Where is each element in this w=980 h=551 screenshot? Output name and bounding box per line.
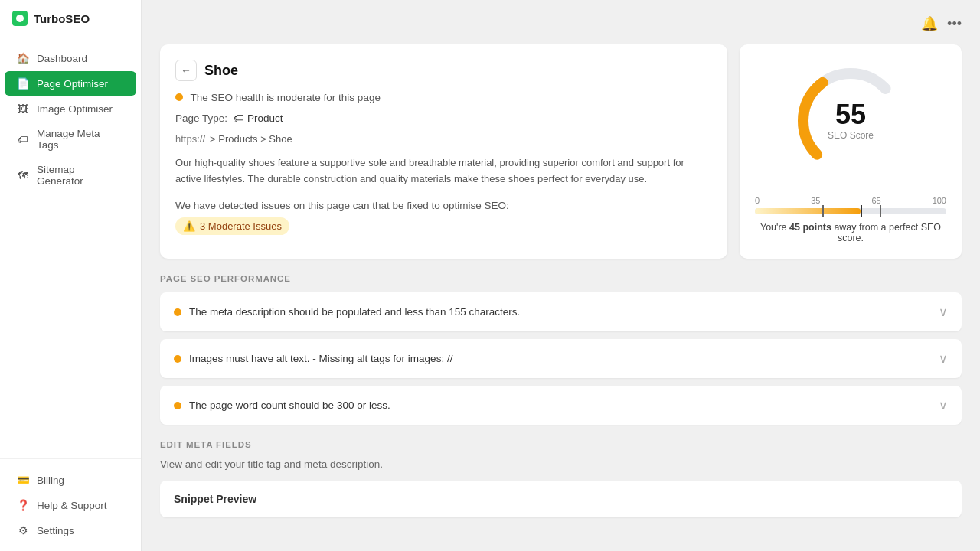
tag-emoji: 🏷 xyxy=(234,112,244,124)
page-type-row: Page Type: 🏷 Product xyxy=(175,112,712,124)
gauge-text: 55 SEO Score xyxy=(828,101,874,141)
seo-score-label: SEO Score xyxy=(828,130,874,141)
settings-icon: ⚙ xyxy=(17,524,29,536)
perf-item-2[interactable]: The page word count should be 300 or les… xyxy=(160,386,962,425)
chevron-down-icon-0: ∨ xyxy=(939,305,948,319)
scale-100: 100 xyxy=(933,196,946,205)
perf-text-0: The meta description should be populated… xyxy=(189,306,520,318)
marker-35 xyxy=(822,205,824,217)
chevron-down-icon-1: ∨ xyxy=(939,351,948,366)
url-prefix: https:// xyxy=(175,133,205,145)
page-info-card: ← Shoe The SEO health is moderate for th… xyxy=(160,44,727,259)
progress-text: You're 45 points away from a perfect SEO… xyxy=(755,222,946,243)
chevron-down-icon-2: ∨ xyxy=(939,398,948,412)
logo-icon xyxy=(12,11,28,26)
meta-section-header: EDIT META FIELDS xyxy=(160,440,962,449)
perf-item-1[interactable]: Images must have alt text. - Missing alt… xyxy=(160,339,962,378)
sidebar-item-sitemap-generator[interactable]: 🗺 Sitemap Generator xyxy=(5,158,136,193)
sidebar-bottom: 💳 Billing ❓ Help & Support ⚙ Settings xyxy=(0,458,141,551)
scale-0: 0 xyxy=(755,196,760,205)
scale-65: 65 xyxy=(871,196,880,205)
progress-track xyxy=(755,208,946,214)
header-area: 🔔 ••• xyxy=(160,15,962,32)
sidebar-item-manage-meta-tags[interactable]: 🏷 Manage Meta Tags xyxy=(5,122,136,157)
home-icon: 🏠 xyxy=(17,52,29,64)
tag-icon: 🏷 xyxy=(17,133,29,145)
page-type-badge: 🏷 Product xyxy=(234,112,283,124)
perf-item-0[interactable]: The meta description should be populated… xyxy=(160,292,962,331)
marker-65 xyxy=(880,205,881,217)
back-button[interactable]: ← xyxy=(175,60,197,81)
url-row: https:// > Products > Shoe xyxy=(175,133,712,145)
gauge-chart: 55 SEO Score xyxy=(789,60,912,182)
more-options-icon[interactable]: ••• xyxy=(947,16,962,32)
points-away-label: points xyxy=(802,222,831,233)
sidebar-item-billing[interactable]: 💳 Billing xyxy=(5,468,136,492)
performance-section-header: PAGE SEO PERFORMANCE xyxy=(160,274,962,283)
billing-icon: 💳 xyxy=(17,474,29,486)
marker-current xyxy=(861,205,862,217)
issues-intro: We have detected issues on this page can… xyxy=(175,200,712,211)
sidebar-item-page-optimiser[interactable]: 📄 Page Optimiser xyxy=(5,71,136,96)
help-icon: ❓ xyxy=(17,499,29,511)
notification-icon[interactable]: 🔔 xyxy=(921,15,938,32)
sidebar-item-image-optimiser[interactable]: 🖼 Image Optimiser xyxy=(5,96,136,121)
perf-dot-2 xyxy=(174,402,181,409)
sidebar-item-settings[interactable]: ⚙ Settings xyxy=(5,518,136,543)
status-text: The SEO health is moderate for this page xyxy=(175,92,712,103)
svg-point-0 xyxy=(16,15,24,22)
snippet-title: Snippet Preview xyxy=(174,493,948,505)
perf-text-2: The page word count should be 300 or les… xyxy=(189,399,390,411)
page-description: Our high-quality shoes feature a support… xyxy=(175,155,712,187)
card-header: ← Shoe xyxy=(175,60,712,81)
seo-score-value: 55 xyxy=(828,101,874,129)
progress-labels: 0 35 65 100 xyxy=(755,196,946,205)
sidebar-item-help-support[interactable]: ❓ Help & Support xyxy=(5,493,136,517)
perf-text-1: Images must have alt text. - Missing alt… xyxy=(189,353,452,364)
main-content: 🔔 ••• ← Shoe The SEO health is moderate … xyxy=(142,0,980,551)
page-icon: 📄 xyxy=(17,77,29,90)
scale-35: 35 xyxy=(811,196,820,205)
status-dot xyxy=(175,93,183,101)
warning-icon: ⚠️ xyxy=(183,220,195,232)
progress-fill xyxy=(755,208,861,214)
top-cards: ← Shoe The SEO health is moderate for th… xyxy=(160,44,962,259)
sidebar-item-dashboard[interactable]: 🏠 Dashboard xyxy=(5,46,136,70)
perf-dot-0 xyxy=(174,308,181,316)
score-card: 55 SEO Score 0 35 65 100 Yo xyxy=(740,44,962,259)
sitemap-icon: 🗺 xyxy=(17,169,29,181)
points-away: 45 xyxy=(789,222,800,233)
page-title: Shoe xyxy=(204,63,238,79)
app-name: TurboSEO xyxy=(34,12,90,25)
meta-section: EDIT META FIELDS View and edit your titl… xyxy=(160,440,962,517)
snippet-card: Snippet Preview xyxy=(160,481,962,517)
issue-badge: ⚠️ 3 Moderate Issues xyxy=(175,217,289,235)
url-path: > Products > Shoe xyxy=(210,133,292,145)
perf-dot-1 xyxy=(174,355,181,363)
sidebar: TurboSEO 🏠 Dashboard 📄 Page Optimiser 🖼 … xyxy=(0,0,142,551)
image-icon: 🖼 xyxy=(17,103,29,115)
meta-description-text: View and edit your title tag and meta de… xyxy=(160,458,962,470)
progress-container: 0 35 65 100 You're 45 points away from a… xyxy=(755,196,946,243)
sidebar-nav: 🏠 Dashboard 📄 Page Optimiser 🖼 Image Opt… xyxy=(0,37,141,458)
app-logo: TurboSEO xyxy=(0,0,141,37)
